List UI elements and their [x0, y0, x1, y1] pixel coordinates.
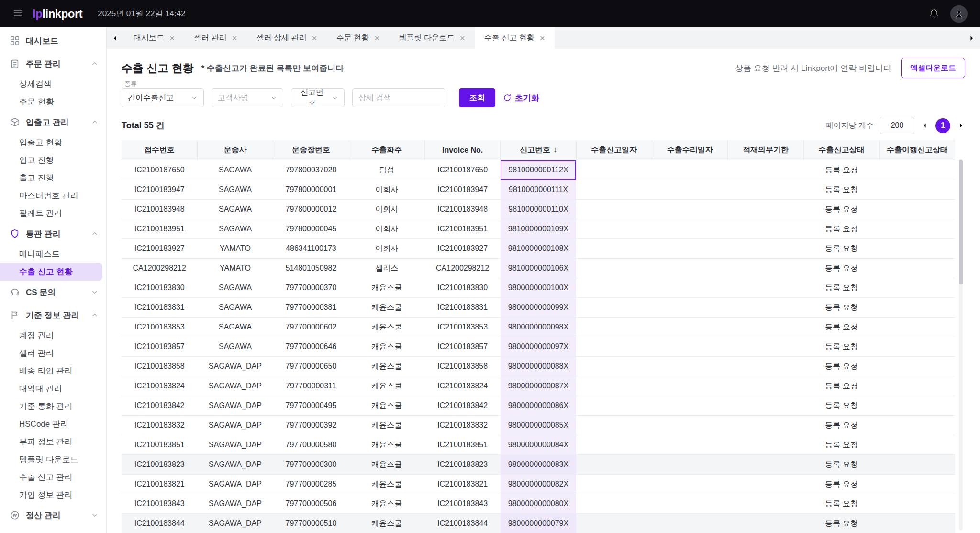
col-receipt-no[interactable]: 접수번호: [122, 140, 197, 160]
table-row[interactable]: IC2100183823SAGAWA_DAP797700000300캐윤스쿨IC…: [122, 455, 955, 475]
sidebar-section-customs[interactable]: 통관 관리: [0, 222, 106, 245]
tab-close-icon[interactable]: ×: [540, 34, 545, 43]
tab-0[interactable]: 대시보드×: [124, 27, 184, 49]
table-row[interactable]: IC2100183844SAGAWA_DAP797700000510캐윤스쿨IC…: [122, 514, 955, 533]
col-report-no[interactable]: 신고번호↓: [501, 140, 576, 160]
sidebar-section-settlement[interactable]: 정산 관리: [0, 504, 106, 527]
sidebar-subitem[interactable]: 출고 진행: [0, 169, 106, 187]
contact-notice: 상품 요청 반려 시 Linkport에 연락 바랍니다: [735, 63, 891, 74]
sidebar-subitem[interactable]: 대역대 관리: [0, 380, 106, 397]
table-row[interactable]: IC2100183830SAGAWA797700000370캐윤스쿨IC2100…: [122, 278, 955, 298]
col-tracking-no[interactable]: 운송장번호: [273, 140, 349, 160]
sidebar-subitem-active[interactable]: 수출 신고 현황: [0, 263, 102, 281]
sidebar-subitem[interactable]: 수출 신고 관리: [0, 468, 106, 486]
col-carrier[interactable]: 운송사: [197, 140, 273, 160]
sidebar-item-dashboard[interactable]: 대시보드: [0, 29, 106, 52]
table-row[interactable]: IC2100183842SAGAWA_DAP797700000495캐윤스쿨IC…: [122, 396, 955, 416]
cell-carrier: YAMATO: [197, 239, 273, 259]
cell-tracking-no: 797700000506: [273, 494, 349, 514]
sidebar-subitem[interactable]: 가입 정보 관리: [0, 486, 106, 504]
col-report-status[interactable]: 수출신고상태: [803, 140, 879, 160]
tab-close-icon[interactable]: ×: [312, 34, 317, 43]
sidebar-subitem[interactable]: 입고 진행: [0, 151, 106, 169]
table-row[interactable]: IC2100183832SAGAWA_DAP797700000392캐윤스쿨IC…: [122, 416, 955, 435]
per-page-input[interactable]: [880, 117, 914, 134]
table-row[interactable]: IC2100183948SAGAWA797800000012이회사IC21001…: [122, 200, 955, 219]
table-row[interactable]: IC2100183851SAGAWA_DAP797700000580캐윤스쿨IC…: [122, 435, 955, 455]
customer-select[interactable]: 고객사명: [212, 88, 283, 107]
scrollbar-thumb[interactable]: [959, 160, 963, 284]
notifications-bell-icon[interactable]: [928, 7, 940, 20]
table-row[interactable]: IC2100183824SAGAWA_DAP797700000311캐윤스쿨IC…: [122, 376, 955, 396]
tab-label: 템플릿 다운로드: [399, 33, 454, 43]
sidebar-section-info[interactable]: 기준 정보 관리: [0, 304, 106, 327]
col-fulfillment-status[interactable]: 수출이행신고상태: [880, 140, 955, 160]
sidebar-subitem-label: 매니페스트: [19, 249, 60, 260]
tabs-scroll-left-icon[interactable]: [107, 27, 124, 49]
detail-search-input[interactable]: [352, 88, 445, 107]
table-row[interactable]: IC2100183853SAGAWA797700000602캐윤스쿨IC2100…: [122, 318, 955, 337]
col-shipper[interactable]: 수출화주: [349, 140, 424, 160]
col-loading-deadline[interactable]: 적재의무기한: [728, 140, 803, 160]
sidebar-subitem[interactable]: 상세검색: [0, 75, 106, 93]
col-invoice-no[interactable]: Invoice No.: [424, 140, 500, 160]
sidebar-subitem[interactable]: 팔레트 관리: [0, 204, 106, 222]
sidebar-section-warehouse[interactable]: 입출고 관리: [0, 111, 106, 134]
tab-1[interactable]: 셀러 관리×: [184, 27, 247, 49]
tab-4[interactable]: 템플릿 다운로드×: [389, 27, 475, 49]
sidebar-subitem[interactable]: 기준 통화 관리: [0, 397, 106, 415]
prev-page-icon[interactable]: [921, 121, 929, 130]
cell-tracking-no: 797800037020: [273, 160, 349, 180]
tabs-scroll-right-icon[interactable]: [963, 27, 980, 49]
sidebar-section-orders[interactable]: 주문 관리: [0, 52, 106, 75]
tab-3[interactable]: 주문 현황×: [327, 27, 390, 49]
table-row[interactable]: IC2100183857SAGAWA797700000646캐윤스쿨IC2100…: [122, 337, 955, 357]
sidebar-subitem[interactable]: 부피 정보 관리: [0, 433, 106, 451]
sidebar-subitem[interactable]: 주문 현황: [0, 93, 106, 111]
page-1-button[interactable]: 1: [935, 118, 950, 133]
table-row[interactable]: IC2100183927YAMATO486341100173이회사IC21001…: [122, 239, 955, 259]
tab-5-active[interactable]: 수출 신고 현황×: [475, 27, 555, 49]
sort-desc-icon[interactable]: ↓: [553, 146, 557, 154]
cell-loading-deadline: [728, 180, 803, 200]
sidebar-section-cs[interactable]: CS 문의: [0, 281, 106, 304]
sidebar-subitem[interactable]: 템플릿 다운로드: [0, 451, 106, 468]
sidebar-subitem[interactable]: 마스터번호 관리: [0, 187, 106, 204]
sidebar-subitem[interactable]: 계정 관리: [0, 327, 106, 344]
sidebar-subitem[interactable]: 매니페스트: [0, 245, 106, 263]
table-row[interactable]: IC2100183947SAGAWA797800000001이회사IC21001…: [122, 180, 955, 200]
cell-accept-date: [652, 239, 728, 259]
next-page-icon[interactable]: [957, 121, 965, 130]
table-row[interactable]: IC2100187650SAGAWA797800037020딤섬IC210018…: [122, 160, 955, 180]
reset-button[interactable]: 초기화: [503, 92, 539, 103]
cell-receipt-no: IC2100183951: [122, 219, 197, 239]
sidebar-subitem[interactable]: HSCode 관리: [0, 415, 106, 433]
cell-fulfillment-status: [880, 298, 955, 318]
tab-close-icon[interactable]: ×: [169, 34, 175, 43]
search-button[interactable]: 조회: [459, 88, 495, 107]
sidebar-subitem[interactable]: 입출고 현황: [0, 134, 106, 151]
tab-close-icon[interactable]: ×: [232, 34, 237, 43]
table-row[interactable]: IC2100183843SAGAWA_DAP797700000506캐윤스쿨IC…: [122, 494, 955, 514]
cell-loading-deadline: [728, 357, 803, 376]
tab-2[interactable]: 셀러 상세 관리×: [247, 27, 327, 49]
col-report-date[interactable]: 수출신고일자: [576, 140, 652, 160]
col-accept-date[interactable]: 수출수리일자: [652, 140, 728, 160]
tab-close-icon[interactable]: ×: [374, 34, 379, 43]
sidebar-subitem[interactable]: 배송 타입 관리: [0, 362, 106, 380]
table-row[interactable]: CA1200298212YAMATO514801050982셀러스CA12002…: [122, 259, 955, 278]
sidebar-subitem[interactable]: 셀러 관리: [0, 344, 106, 362]
type-select[interactable]: 간이수출신고: [122, 88, 204, 107]
excel-download-button[interactable]: 엑셀다운로드: [901, 58, 965, 78]
table-row[interactable]: IC2100183951SAGAWA797800000045이회사IC21001…: [122, 219, 955, 239]
table-row[interactable]: IC2100183821SAGAWA_DAP797700000285캐윤스쿨IC…: [122, 475, 955, 494]
menu-icon[interactable]: [12, 7, 24, 20]
customs-icon: [10, 228, 20, 239]
table-scrollbar[interactable]: [959, 159, 963, 530]
tab-close-icon[interactable]: ×: [460, 34, 465, 43]
logo[interactable]: lplinkport: [33, 7, 82, 21]
table-row[interactable]: IC2100183831SAGAWA797700000381캐윤스쿨IC2100…: [122, 298, 955, 318]
table-row[interactable]: IC2100183858SAGAWA_DAP797700000650캐윤스쿨IC…: [122, 357, 955, 376]
user-avatar[interactable]: [950, 5, 968, 23]
search-field-select[interactable]: 신고번호: [291, 88, 345, 107]
